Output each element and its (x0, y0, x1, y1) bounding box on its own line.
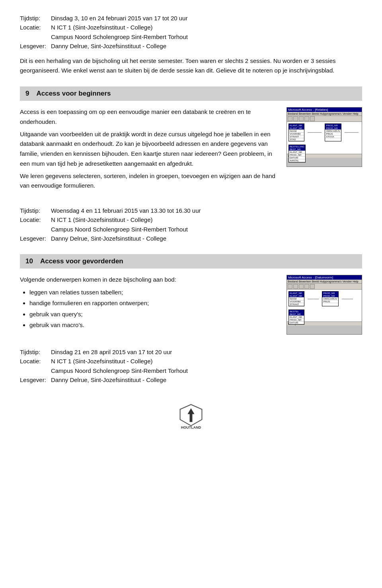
locatie-value: N ICT 1 (Sint-Jozefsinstituut - College)… (51, 23, 188, 41)
db-table6-header: BESTEL (289, 310, 304, 313)
tijdstip-label: Tijdstip: (20, 14, 51, 23)
section10-locatie-value: N ICT 1 (Sint-Jozefsinstituut - College)… (51, 357, 188, 375)
db-table5-r2: OMSCHRIJV (322, 298, 338, 300)
db-table1-r2: NAAM (289, 130, 304, 133)
section9-p1: Access is een toepassing om op een eenvo… (20, 107, 279, 127)
bullet-1: leggen van relaties tussen tabellen; (29, 287, 279, 298)
access-menubar2: Bestand Bewerken Beeld Hulpprogramma's V… (287, 280, 362, 284)
bullet-2: handige formulieren en rapporten ontwerp… (29, 298, 279, 308)
db-table1-header: KLANT_NR (289, 124, 304, 127)
relation-connector2: ───── (345, 123, 359, 141)
db-table1-r4: STRAAT (289, 135, 304, 138)
db-table3-r2: KLANT_NR (289, 151, 305, 154)
db-table2-r1: PROD_NR (325, 127, 341, 130)
db-table3-header: BESTELLING (289, 145, 305, 148)
section10-tijdstip-label: Tijdstip: (20, 347, 51, 357)
db-table3-r1: BEST_NR (289, 148, 305, 151)
bullet-4: gebruik van macro's. (29, 320, 279, 330)
tb2-btn2 (293, 284, 298, 289)
db-table6-r1: BEST_NR (289, 313, 304, 316)
db-table1-r3: VOORNM (289, 133, 304, 135)
tb-btn5 (310, 116, 315, 121)
db-table4: KLANT_NR KLANT_NR NAAM VOORNM STRAAT (288, 291, 304, 306)
section10-intro: Volgende onderwerpen komen in deze bijsc… (20, 275, 279, 285)
db-table2-r4: STOCK (325, 135, 341, 138)
section10-info: Tijdstip: Dinsdag 21 en 28 april 2015 va… (20, 347, 188, 384)
logo-container: HOUTLAND (20, 400, 362, 432)
section10-header: 10 Access voor gevorderden (20, 254, 362, 269)
db-table2-r2: OMSCHRIJV (325, 130, 341, 133)
tb-btn4 (304, 116, 309, 121)
db-table6-r2: KLANT_NR (289, 316, 304, 319)
section9-p3: We leren gegevens selecteren, sorteren, … (20, 171, 279, 191)
section9-locatie-label: Locatie: (20, 215, 51, 234)
intro-info: Tijdstip: Dinsdag 3, 10 en 24 februari 2… (20, 14, 188, 51)
relation-connector3: ──── (308, 291, 319, 306)
db-table4-r1: KLANT_NR (289, 295, 304, 298)
bullet-3: gebruik van query's; (29, 309, 279, 319)
db-table5-r3: PRIJS (322, 300, 338, 303)
tb2-btn5 (310, 284, 315, 289)
db-table3-r3: PROD_NR (289, 154, 305, 157)
section9-p2: Uitgaande van voorbeelden uit de praktij… (20, 129, 279, 169)
section9-content: Access is een toepassing om op een eenvo… (20, 107, 362, 193)
locatie-label: Locatie: (20, 23, 51, 41)
section10-locatie-label: Locatie: (20, 357, 51, 375)
section10-content: Volgende onderwerpen komen in deze bijsc… (20, 275, 362, 335)
section9-lesgever-value: Danny Delrue, Sint-Jozefsinstituut - Col… (51, 234, 201, 243)
section10-title: Access voor gevorderden (40, 257, 123, 265)
tijdstip-value: Dinsdag 3, 10 en 24 februari 2015 van 17… (51, 14, 188, 23)
access-body1: KLANT_NR KLANT_NR NAAM VOORNM STRAAT STA… (287, 122, 362, 154)
db-table6: BESTEL BEST_NR KLANT_NR PROD_NR DATUM (288, 310, 304, 325)
section9-screenshot: Microsoft Access - [Relaties] Bestand Be… (286, 107, 362, 167)
intro-block: Tijdstip: Dinsdag 3, 10 en 24 februari 2… (20, 14, 362, 75)
access-body2: KLANT_NR KLANT_NR NAAM VOORNM STRAAT ───… (287, 290, 362, 321)
db-table6-r3: PROD_NR (289, 319, 304, 321)
db-table3-r4: DATUM (289, 157, 305, 159)
svg-marker-1 (187, 408, 194, 422)
section10-text: Volgende onderwerpen komen in deze bijsc… (20, 275, 279, 331)
lesgever-value: Danny Delrue, Sint-Jozefsinstituut - Col… (51, 41, 188, 51)
db-table5-r1: PROD_NR (322, 295, 338, 298)
tb-btn3 (299, 116, 304, 121)
db-table4-header: KLANT_NR (289, 292, 304, 295)
section9-text: Access is een toepassing om op een eenvo… (20, 107, 279, 193)
section9-lesgever-label: Lesgever: (20, 234, 51, 243)
access-titlebar2: Microsoft Access - [Datumvorm] (287, 275, 362, 280)
access-menubar1: Bestand Bewerken Beeld Hulpprogramma's V… (287, 112, 362, 116)
db-table2-header: PROD_NR (325, 124, 341, 127)
section10-lesgever-value: Danny Delrue, Sint-Jozefsinstituut - Col… (51, 375, 188, 384)
houtland-logo: HOUTLAND (173, 400, 209, 432)
access-toolbar1 (287, 116, 362, 122)
section9-header: 9 Access voor beginners (20, 86, 362, 101)
db-table4-r3: VOORNM (289, 300, 304, 303)
db-table2-r3: PRIJS (325, 133, 341, 135)
section10-number: 10 (25, 257, 33, 265)
logo-text: HOUTLAND (181, 425, 201, 429)
tb2-btn3 (299, 284, 304, 289)
access-toolbar2 (287, 284, 362, 290)
houtland-logo-svg (177, 403, 205, 427)
section9-info: Tijdstip: Woensdag 4 en 11 februari 2015… (20, 206, 201, 243)
section10-bullets: leggen van relaties tussen tabellen; han… (29, 287, 279, 330)
db-table1-r1: KLANT_NR (289, 127, 304, 130)
section9-title: Access voor beginners (36, 90, 111, 98)
db-table5-header: PROD_NR (322, 292, 338, 295)
db-table1-r5: STAD (289, 138, 304, 141)
access-titlebar1: Microsoft Access - [Relaties] (287, 108, 362, 112)
db-table4-r2: NAAM (289, 298, 304, 300)
section9-locatie-value: N ICT 1 (Sint-Jozefsinstituut - College)… (51, 215, 201, 234)
table-diagram1: KLANT_NR KLANT_NR NAAM VOORNM STRAAT STA… (288, 123, 360, 163)
section10-tijdstip-value: Dinsdag 21 en 28 april 2015 van 17 tot 2… (51, 347, 188, 357)
table-diagram2: KLANT_NR KLANT_NR NAAM VOORNM STRAAT ───… (288, 291, 360, 325)
db-table5: PROD_NR PROD_NR OMSCHRIJV PRIJS (322, 291, 338, 306)
section9-tijdstip-label: Tijdstip: (20, 206, 51, 215)
relation-connector1: ───── (308, 123, 322, 141)
section10-lesgever-label: Lesgever: (20, 375, 51, 384)
tb-btn2 (293, 116, 298, 121)
intro-paragraph: Dit is een herhaling van de bijscholing … (20, 56, 362, 75)
tb-btn1 (288, 116, 292, 121)
section10-screenshot: Microsoft Access - [Datumvorm] Bestand B… (286, 275, 362, 335)
tb2-btn1 (288, 284, 292, 289)
db-table6-r4: DATUM (289, 321, 304, 324)
